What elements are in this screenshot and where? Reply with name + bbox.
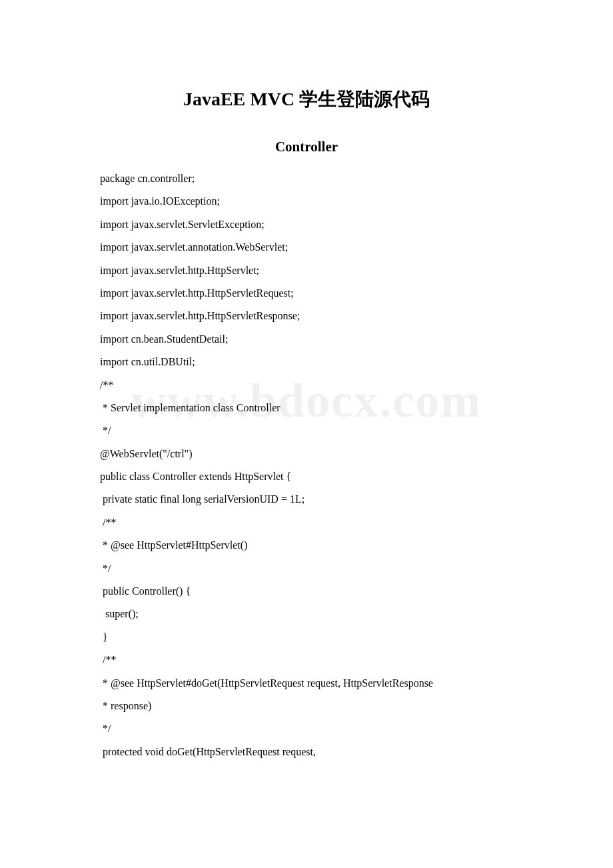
code-line: */: [100, 717, 513, 740]
code-line: * @see HttpServlet#doGet(HttpServletRequ…: [100, 672, 513, 695]
code-line: super();: [100, 603, 513, 625]
code-line: protected void doGet(HttpServletRequest …: [100, 741, 513, 763]
code-line: * @see HttpServlet#HttpServlet(): [100, 534, 513, 557]
code-line: */: [100, 557, 513, 580]
document-content: JavaEE MVC 学生登陆源代码 Controller package cn…: [100, 87, 513, 763]
code-line: import javax.servlet.http.HttpServletRes…: [100, 305, 513, 327]
code-line: import javax.servlet.http.HttpServletReq…: [100, 282, 513, 305]
code-line: /**: [100, 511, 513, 534]
code-line: /**: [100, 649, 513, 671]
document-title: JavaEE MVC 学生登陆源代码: [100, 87, 513, 112]
code-line: @WebServlet("/ctrl"): [100, 443, 513, 465]
code-line: * response): [100, 695, 513, 717]
code-block: package cn.controller; import java.io.IO…: [100, 167, 513, 763]
code-line: import java.io.IOException;: [100, 190, 513, 213]
code-line: * Servlet implementation class Controlle…: [100, 397, 513, 419]
code-line: import javax.servlet.annotation.WebServl…: [100, 236, 513, 259]
code-line: */: [100, 419, 513, 442]
code-line: package cn.controller;: [100, 167, 513, 190]
code-line: public class Controller extends HttpServ…: [100, 465, 513, 488]
section-subtitle: Controller: [100, 139, 513, 155]
code-line: import javax.servlet.http.HttpServlet;: [100, 259, 513, 282]
code-line: import javax.servlet.ServletException;: [100, 213, 513, 236]
code-line: /**: [100, 374, 513, 397]
code-line: private static final long serialVersionU…: [100, 488, 513, 511]
code-line: import cn.util.DBUtil;: [100, 351, 513, 373]
code-line: public Controller() {: [100, 580, 513, 603]
code-line: import cn.bean.StudentDetail;: [100, 328, 513, 351]
code-line: }: [100, 626, 513, 649]
